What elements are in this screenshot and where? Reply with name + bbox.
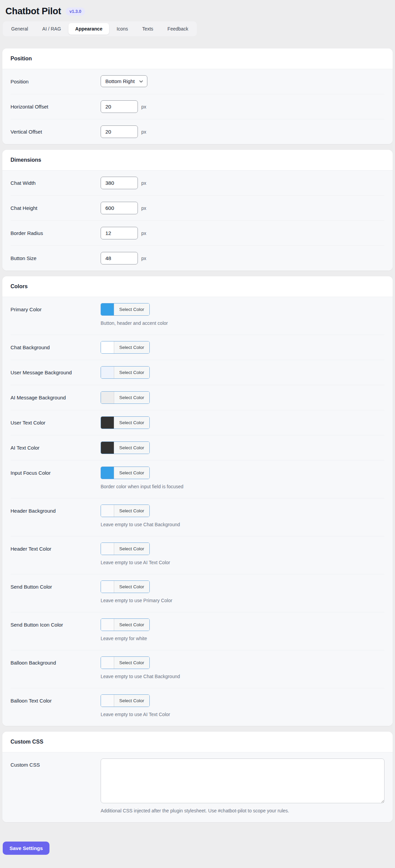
color-swatch (101, 392, 114, 403)
field-area: Select ColorLeave empty to use Chat Back… (101, 656, 384, 680)
user-text-color-row: User Text ColorSelect Color (11, 410, 384, 435)
horizontal-offset-input[interactable] (101, 100, 138, 113)
border-radius-row: Border Radiuspx (11, 220, 384, 245)
select-color-label: Select Color (114, 467, 149, 479)
ai-message-background-picker-button[interactable]: Select Color (101, 391, 150, 404)
field-control: Select Color (101, 618, 384, 631)
tab-icons[interactable]: Icons (110, 23, 134, 35)
save-settings-button[interactable]: Save Settings (3, 842, 49, 855)
tab-appearance[interactable]: Appearance (68, 23, 109, 35)
field-label: Input Focus Color (11, 467, 101, 479)
field-control: px (101, 177, 384, 189)
select-color-label: Select Color (114, 581, 149, 593)
field-label: Balloon Background (11, 656, 101, 669)
field-control: Select Color (101, 505, 384, 517)
select-color-label: Select Color (114, 417, 149, 429)
chat-width-input[interactable] (101, 177, 138, 189)
input-focus-color-row: Input Focus ColorSelect ColorBorder colo… (11, 460, 384, 498)
unit-label: px (141, 180, 146, 186)
button-size-row: Button Sizepx (11, 245, 384, 271)
field-control: Select Color (101, 467, 384, 479)
select-color-label: Select Color (114, 303, 149, 315)
select-color-label: Select Color (114, 505, 149, 517)
tab-feedback[interactable]: Feedback (161, 23, 195, 35)
send-button-color-picker-button[interactable]: Select Color (101, 580, 150, 593)
section-title: Custom CSS (2, 732, 393, 752)
custom-css-textarea[interactable] (101, 758, 384, 803)
chat-height-input[interactable] (101, 202, 138, 214)
user-message-background-picker-button[interactable]: Select Color (101, 366, 150, 379)
tab-bar: GeneralAI / RAGAppearanceIconsTextsFeedb… (3, 21, 197, 36)
field-area: Select Color (101, 416, 384, 429)
field-area: Select Color (101, 391, 384, 404)
page-title: Chatbot Pilot (5, 6, 61, 17)
field-area: Select Color (101, 341, 384, 354)
color-swatch (101, 619, 114, 631)
field-control (101, 758, 384, 803)
field-control: Select Color (101, 441, 384, 454)
section-rows: Custom CSSAdditional CSS injected after … (2, 752, 393, 822)
section-title: Dimensions (2, 150, 393, 171)
tab-ai-rag[interactable]: AI / RAG (36, 23, 68, 35)
section-rows: PositionBottom RightHorizontal OffsetpxV… (2, 69, 393, 144)
field-area: Select Color (101, 366, 384, 379)
primary-color-picker-button[interactable]: Select Color (101, 303, 150, 316)
field-control: px (101, 202, 384, 214)
ai-message-background-row: AI Message BackgroundSelect Color (11, 385, 384, 410)
vertical-offset-input[interactable] (101, 125, 138, 138)
border-radius-input[interactable] (101, 227, 138, 239)
position-select[interactable]: Bottom Right (101, 75, 147, 87)
user-text-color-picker-button[interactable]: Select Color (101, 416, 150, 429)
field-area: Additional CSS injected after the plugin… (101, 758, 384, 814)
settings-page: Chatbot Pilot v1.3.0 GeneralAI / RAGAppe… (0, 0, 395, 863)
color-swatch (101, 417, 114, 429)
color-swatch (101, 657, 114, 669)
chat-background-row: Chat BackgroundSelect Color (11, 335, 384, 360)
field-label: Primary Color (11, 303, 101, 316)
field-label: Button Size (11, 252, 101, 264)
header-text-color-row: Header Text ColorSelect ColorLeave empty… (11, 536, 384, 574)
button-size-input[interactable] (101, 252, 138, 264)
balloon-text-color-picker-button[interactable]: Select Color (101, 694, 150, 707)
ai-text-color-picker-button[interactable]: Select Color (101, 441, 150, 454)
section-card-dimensions: DimensionsChat WidthpxChat HeightpxBorde… (2, 150, 393, 271)
send-button-icon-color-picker-button[interactable]: Select Color (101, 618, 150, 631)
header-background-row: Header BackgroundSelect ColorLeave empty… (11, 498, 384, 536)
header-background-picker-button[interactable]: Select Color (101, 505, 150, 517)
field-area: px (101, 177, 384, 189)
header-text-color-picker-button[interactable]: Select Color (101, 542, 150, 555)
tab-general[interactable]: General (4, 23, 35, 35)
custom-css-row: Custom CSSAdditional CSS injected after … (11, 752, 384, 822)
select-color-label: Select Color (114, 392, 149, 403)
select-color-label: Select Color (114, 367, 149, 378)
field-area: Select ColorLeave empty for white (101, 618, 384, 642)
chat-background-picker-button[interactable]: Select Color (101, 341, 150, 354)
field-control: px (101, 227, 384, 239)
tab-texts[interactable]: Texts (136, 23, 160, 35)
field-hint: Border color when input field is focused (101, 483, 384, 490)
field-control: Bottom Right (101, 75, 384, 87)
field-control: px (101, 100, 384, 113)
field-label: Chat Background (11, 341, 101, 354)
field-label: Custom CSS (11, 758, 101, 771)
balloon-background-picker-button[interactable]: Select Color (101, 656, 150, 669)
field-area: px (101, 202, 384, 214)
field-control: Select Color (101, 416, 384, 429)
field-area: px (101, 227, 384, 239)
select-color-label: Select Color (114, 657, 149, 669)
field-label: AI Text Color (11, 441, 101, 454)
unit-label: px (141, 231, 146, 236)
field-control: Select Color (101, 656, 384, 669)
unit-label: px (141, 129, 146, 135)
input-focus-color-picker-button[interactable]: Select Color (101, 467, 150, 479)
send-button-color-row: Send Button ColorSelect ColorLeave empty… (11, 574, 384, 612)
settings-sections: PositionPositionBottom RightHorizontal O… (0, 48, 395, 822)
field-area: px (101, 252, 384, 264)
color-swatch (101, 341, 114, 353)
field-label: Border Radius (11, 227, 101, 239)
field-area: Select Color (101, 441, 384, 454)
unit-label: px (141, 205, 146, 211)
field-label: User Text Color (11, 416, 101, 429)
field-label: Send Button Icon Color (11, 618, 101, 631)
field-label: Header Text Color (11, 542, 101, 555)
